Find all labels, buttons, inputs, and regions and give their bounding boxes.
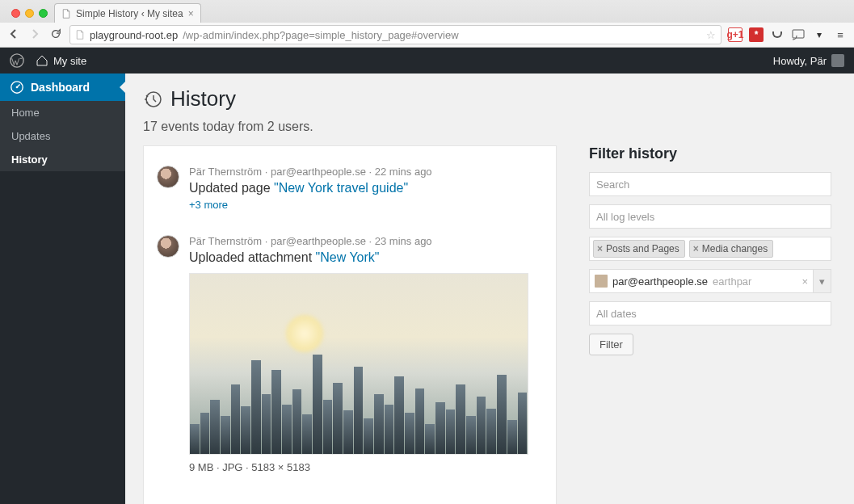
browser-toolbar: playground-root.ep/wp-admin/index.php?pa… bbox=[0, 23, 854, 47]
browser-tab-bar: Simple History ‹ My sitea × bbox=[0, 0, 854, 23]
event-action: Updated page bbox=[189, 181, 274, 195]
avatar bbox=[157, 166, 179, 188]
event-object-link[interactable]: "New York" bbox=[316, 250, 380, 264]
extension-cast-icon[interactable] bbox=[791, 27, 806, 42]
svg-point-3 bbox=[16, 86, 19, 89]
sidebar-item-label: Dashboard bbox=[31, 81, 90, 94]
extension-pocket-icon[interactable] bbox=[770, 27, 785, 42]
wordpress-logo-icon[interactable] bbox=[10, 53, 24, 68]
bookmark-star-icon[interactable]: ☆ bbox=[706, 29, 716, 41]
howdy-account[interactable]: Howdy, Pär bbox=[773, 54, 844, 67]
page-icon bbox=[61, 9, 71, 19]
avatar bbox=[157, 235, 179, 258]
user-typed: earthpar bbox=[713, 275, 751, 288]
event-author: Pär Thernström bbox=[189, 235, 262, 247]
sidebar-item-dashboard[interactable]: Dashboard bbox=[0, 74, 125, 101]
clear-user-icon[interactable]: × bbox=[801, 275, 808, 288]
extension-lastpass-icon[interactable]: * bbox=[749, 27, 764, 42]
sidebar-item-home[interactable]: Home bbox=[0, 101, 125, 124]
search-input[interactable] bbox=[589, 172, 831, 196]
history-event: Pär Thernströmpar@earthpeople.se23 mins … bbox=[157, 227, 543, 489]
filter-panel: Filter history ×Posts and Pages ×Media c… bbox=[589, 145, 831, 363]
browser-tab-title: Simple History ‹ My sitea bbox=[76, 8, 183, 19]
site-link[interactable]: My site bbox=[36, 54, 86, 67]
page-header: History bbox=[143, 86, 836, 111]
wp-admin-bar: My site Howdy, Pär bbox=[0, 48, 854, 74]
remove-chip-icon[interactable]: × bbox=[693, 243, 699, 254]
svg-rect-0 bbox=[793, 30, 804, 38]
remove-chip-icon[interactable]: × bbox=[597, 243, 603, 254]
back-button[interactable] bbox=[6, 27, 21, 43]
close-window-icon[interactable] bbox=[11, 9, 20, 18]
sidebar-item-label: Updates bbox=[11, 130, 50, 142]
history-event: Pär Thernströmpar@earthpeople.se22 mins … bbox=[157, 159, 543, 227]
zoom-window-icon[interactable] bbox=[39, 9, 48, 18]
filter-chip[interactable]: ×Posts and Pages bbox=[593, 240, 685, 258]
event-action: Uploaded attachment bbox=[189, 250, 316, 264]
attachment-thumbnail[interactable] bbox=[189, 273, 528, 455]
attachment-info: 9 MBJPG5183 × 5183 bbox=[189, 461, 543, 473]
browser-chrome: Simple History ‹ My sitea × playground-r… bbox=[0, 0, 854, 48]
log-levels-select[interactable] bbox=[589, 204, 831, 229]
event-title: Uploaded attachment "New York" bbox=[189, 250, 543, 265]
filter-title: Filter history bbox=[589, 145, 831, 162]
window-controls bbox=[6, 9, 54, 23]
attachment-format: JPG bbox=[222, 461, 242, 473]
admin-sidebar: Dashboard Home Updates History bbox=[0, 74, 125, 504]
page-title: History bbox=[170, 86, 236, 111]
event-title: Updated page "New York travel guide" bbox=[189, 181, 543, 195]
howdy-text: Howdy, Pär bbox=[773, 55, 827, 67]
event-time: 23 mins ago bbox=[375, 235, 432, 247]
forward-button bbox=[27, 27, 42, 43]
dashboard-icon bbox=[10, 80, 24, 94]
address-bar[interactable]: playground-root.ep/wp-admin/index.php?pa… bbox=[69, 25, 721, 44]
extension-google-plus-icon[interactable]: g+1 bbox=[728, 27, 743, 42]
sidebar-item-label: History bbox=[11, 153, 48, 166]
extension-icon[interactable]: ▾ bbox=[812, 27, 827, 42]
page-icon bbox=[75, 30, 85, 40]
attachment-size: 9 MB bbox=[189, 461, 213, 473]
events-summary: 17 events today from 2 users. bbox=[143, 120, 836, 134]
avatar-icon bbox=[595, 275, 608, 288]
reload-button[interactable] bbox=[48, 28, 63, 42]
event-object-link[interactable]: "New York travel guide" bbox=[274, 181, 408, 195]
home-icon bbox=[36, 54, 48, 67]
chip-label: Posts and Pages bbox=[606, 243, 679, 254]
history-feed: Pär Thernströmpar@earthpeople.se22 mins … bbox=[143, 145, 557, 504]
filter-chip[interactable]: ×Media changes bbox=[689, 240, 773, 258]
event-more-link[interactable]: +3 more bbox=[189, 199, 228, 211]
history-icon bbox=[143, 90, 162, 109]
browser-menu-icon[interactable]: ≡ bbox=[833, 29, 848, 41]
user-email: par@earthpeople.se bbox=[612, 275, 708, 288]
event-email: par@earthpeople.se bbox=[271, 235, 366, 247]
attachment-dimensions: 5183 × 5183 bbox=[251, 461, 310, 473]
event-email: par@earthpeople.se bbox=[271, 166, 366, 178]
filter-button[interactable]: Filter bbox=[589, 334, 633, 355]
avatar-icon bbox=[831, 54, 844, 67]
event-meta: Pär Thernströmpar@earthpeople.se22 mins … bbox=[189, 166, 543, 178]
url-host: playground-root.ep bbox=[90, 29, 178, 41]
content-area: History 17 events today from 2 users. Pä… bbox=[125, 74, 854, 504]
message-types-select[interactable]: ×Posts and Pages ×Media changes bbox=[589, 237, 831, 261]
dates-select[interactable] bbox=[589, 301, 831, 326]
user-filter-input[interactable]: par@earthpeople.se earthpar × bbox=[589, 269, 814, 293]
sidebar-item-history[interactable]: History bbox=[0, 148, 125, 171]
user-dropdown-toggle[interactable]: ▾ bbox=[814, 269, 831, 293]
event-author: Pär Thernström bbox=[189, 166, 262, 178]
chip-label: Media changes bbox=[702, 243, 768, 254]
minimize-window-icon[interactable] bbox=[25, 9, 34, 18]
event-meta: Pär Thernströmpar@earthpeople.se23 mins … bbox=[189, 235, 543, 247]
event-time: 22 mins ago bbox=[375, 166, 432, 178]
site-name: My site bbox=[53, 55, 86, 67]
sidebar-item-updates[interactable]: Updates bbox=[0, 124, 125, 148]
browser-tab[interactable]: Simple History ‹ My sitea × bbox=[54, 3, 201, 23]
close-tab-icon[interactable]: × bbox=[188, 8, 194, 19]
sidebar-item-label: Home bbox=[11, 107, 40, 119]
url-path: /wp-admin/index.php?page=simple_history_… bbox=[183, 29, 458, 41]
